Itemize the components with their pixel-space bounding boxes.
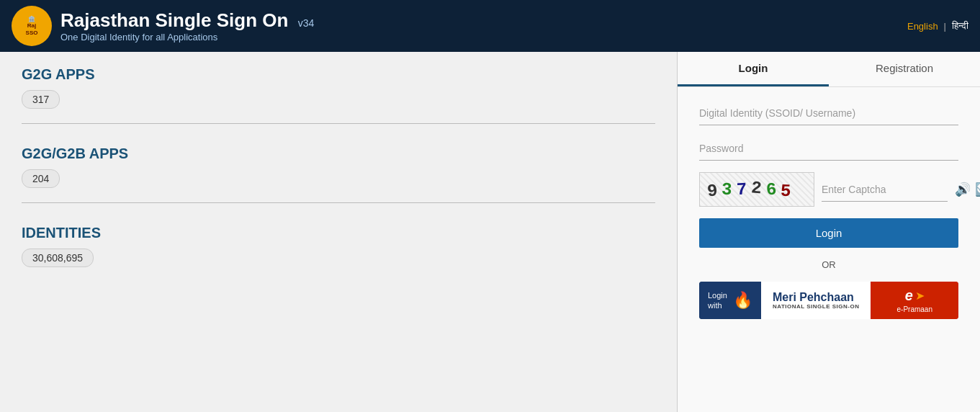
captcha-char-4: 2 [750, 178, 763, 198]
or-label: OR [699, 259, 958, 270]
epramaan-text: e-Pramaan [897, 305, 932, 313]
pehchaan-login-with-text: Loginwith [708, 290, 727, 311]
identities-section: IDENTITIES 30,608,695 [22, 225, 655, 282]
pehchaan-flame-icon: 🔥 [733, 291, 752, 310]
g2g-g2b-apps-label: G2G/G2B APPS [22, 145, 655, 162]
captcha-row: 9 3 7 2 6 5 🔊 🔄 [699, 172, 958, 207]
tab-login-label: Login [739, 62, 768, 74]
captcha-audio-button[interactable]: 🔊 [955, 182, 971, 197]
pehchaan-login-button[interactable]: Loginwith 🔥 Meri Pehchaan NATIONAL SINGL… [699, 282, 958, 319]
lang-separator: | [944, 21, 946, 32]
title-text: Rajasthan Single Sign On [60, 9, 288, 31]
g2g-apps-section: G2G APPS 317 [22, 66, 655, 124]
login-form: 9 3 7 2 6 5 🔊 🔄 Login OR [678, 87, 980, 333]
header: 🏛️RajSSO Rajasthan Single Sign On v34 On… [0, 0, 980, 52]
tab-registration-label: Registration [876, 62, 933, 74]
captcha-controls: 🔊 🔄 [955, 182, 980, 197]
lang-english-link[interactable]: English [907, 21, 938, 32]
captcha-refresh-button[interactable]: 🔄 [975, 182, 980, 197]
captcha-image: 9 3 7 2 6 5 [699, 172, 814, 207]
logo-text: 🏛️RajSSO [26, 16, 38, 37]
identities-count: 30,608,695 [22, 248, 94, 267]
epramaan-arrow-icon: ➤ [915, 289, 925, 303]
version-text: v34 [298, 17, 315, 29]
captcha-char-1: 9 [706, 181, 719, 201]
g2g-g2b-apps-section: G2G/G2B APPS 204 [22, 145, 655, 203]
pehchaan-middle: Meri Pehchaan NATIONAL SINGLE SIGN-ON [761, 282, 871, 319]
g2g-apps-count: 317 [22, 90, 60, 109]
left-panel: G2G APPS 317 G2G/G2B APPS 204 IDENTITIES… [0, 52, 678, 412]
pehchaan-name: Meri Pehchaan [773, 292, 854, 303]
header-left: 🏛️RajSSO Rajasthan Single Sign On v34 On… [12, 6, 314, 46]
lang-hindi-link[interactable]: हिन्दी [952, 20, 968, 32]
identities-label: IDENTITIES [22, 225, 655, 241]
right-panel: Login Registration 9 3 7 2 6 5 [678, 52, 980, 412]
pehchaan-subtitle: NATIONAL SINGLE SIGN-ON [773, 303, 860, 310]
header-right: English | हिन्दी [907, 20, 968, 32]
main-layout: G2G APPS 317 G2G/G2B APPS 204 IDENTITIES… [0, 52, 980, 412]
logo: 🏛️RajSSO [12, 6, 52, 46]
captcha-char-5: 6 [765, 179, 777, 200]
captcha-char-6: 5 [780, 181, 791, 200]
header-text: Rajasthan Single Sign On v34 One Digital… [60, 9, 314, 42]
ssoid-input[interactable] [699, 102, 958, 125]
captcha-input[interactable] [822, 178, 948, 202]
captcha-char-3: 7 [736, 179, 747, 200]
epramaan-top: e ➤ [905, 287, 925, 304]
tabs-container: Login Registration [678, 52, 980, 87]
header-subtitle: One Digital Identity for all Application… [60, 32, 314, 42]
epramaan-e-letter: e [905, 287, 913, 304]
epramaan-logo: e ➤ e-Pramaan [897, 287, 932, 313]
header-title: Rajasthan Single Sign On v34 [60, 9, 314, 32]
tab-login[interactable]: Login [678, 52, 829, 86]
tab-registration[interactable]: Registration [829, 52, 980, 86]
login-button[interactable]: Login [699, 218, 958, 248]
captcha-char-2: 3 [721, 179, 733, 200]
g2g-apps-label: G2G APPS [22, 66, 655, 83]
g2g-g2b-apps-count: 204 [22, 169, 60, 188]
epramaan-section: e ➤ e-Pramaan [871, 282, 958, 319]
password-input[interactable] [699, 137, 958, 161]
pehchaan-left: Loginwith 🔥 [699, 282, 761, 319]
